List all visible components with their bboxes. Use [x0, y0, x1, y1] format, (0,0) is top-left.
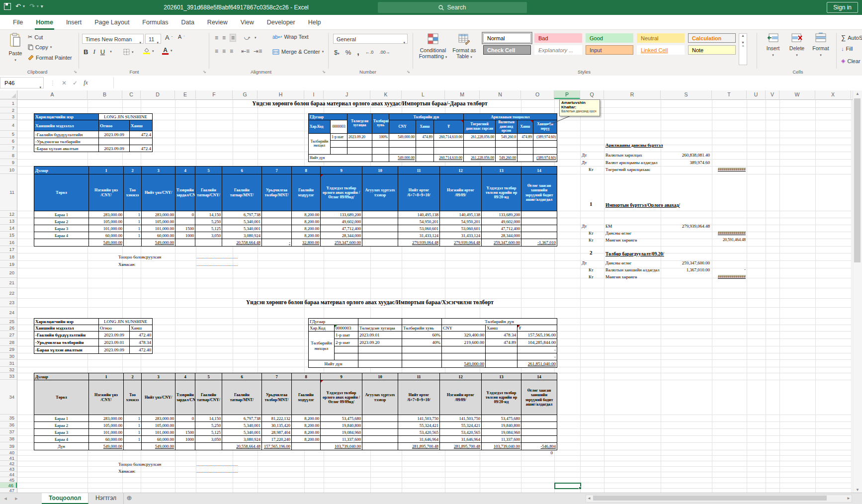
- cny-header[interactable]: CNY: [389, 120, 416, 134]
- row-header-2[interactable]: 2: [0, 107, 17, 113]
- item-value[interactable]: 1000: [175, 232, 195, 239]
- row-header-21[interactable]: 21: [0, 278, 17, 288]
- pay-rate[interactable]: 474.89: [416, 133, 434, 140]
- main-total-value[interactable]: 549,000.00: [89, 239, 124, 247]
- item-value[interactable]: 8,200.00: [292, 225, 321, 232]
- hscroll-right-icon[interactable]: ►: [846, 495, 852, 502]
- item-value[interactable]: [175, 422, 195, 429]
- item-value[interactable]: [521, 225, 557, 232]
- pay-cny[interactable]: 219,600.00: [442, 339, 486, 346]
- main-total-value[interactable]: 103,739,040.00: [321, 443, 362, 450]
- sheet1-title[interactable]: Үндсэн хөрөнгө болон бараа материал орло…: [34, 100, 706, 106]
- pay-date[interactable]: [347, 147, 372, 154]
- cell-style-linked-cell[interactable]: Linked Cell: [637, 45, 685, 55]
- undo-caret-icon[interactable]: ▾: [23, 4, 25, 8]
- tugrik-header[interactable]: ₮: [434, 120, 464, 134]
- main-total-label[interactable]: Дүн: [34, 443, 89, 450]
- trade-calc-header[interactable]: Арилжааын тооцоолол: [464, 114, 557, 120]
- footer-checked[interactable]: Хянасан:: [118, 262, 136, 267]
- pay-date[interactable]: 2023.09.20: [358, 339, 402, 346]
- item-value[interactable]: 5,340,001: [222, 225, 262, 232]
- enter-icon[interactable]: ✓: [73, 80, 78, 86]
- item-value[interactable]: [362, 436, 398, 443]
- bold-button[interactable]: B: [84, 48, 88, 56]
- val-in[interactable]: [496, 147, 517, 154]
- main-corner-label[interactable]: Дугаар: [34, 167, 89, 174]
- rate-diff[interactable]: [533, 147, 557, 154]
- main-col-number[interactable]: 1: [89, 373, 124, 380]
- rate-value[interactable]: 472.4: [130, 145, 153, 152]
- rate2-header[interactable]: Ханш: [517, 120, 533, 134]
- period-label[interactable]: Төлөгдсөн хугацаа: [358, 325, 402, 332]
- row-header-1[interactable]: 1: [0, 99, 17, 107]
- payment-amount-header[interactable]: Төлбөрийн дүн: [389, 114, 464, 120]
- item-value[interactable]: 53,475,680: [321, 415, 362, 422]
- select-all-button[interactable]: [0, 90, 17, 99]
- footer-prepared[interactable]: Тооцоо боловсруулсан: [118, 462, 161, 467]
- ledger-side[interactable]: Дт: [582, 224, 587, 229]
- item-value[interactable]: [262, 211, 292, 218]
- item-value[interactable]: 53,060,601: [440, 225, 482, 232]
- item-value[interactable]: 3,050: [195, 436, 222, 443]
- main-total-value[interactable]: -546,804: [521, 443, 557, 450]
- code-value[interactable]: 0000003: [335, 325, 358, 332]
- item-value[interactable]: 81,222,132: [262, 415, 292, 422]
- item-value[interactable]: 5,250: [195, 218, 222, 225]
- item-value[interactable]: 54,950,201: [440, 218, 482, 225]
- row-header-24[interactable]: 24: [0, 307, 17, 318]
- gd-number-label[interactable]: ГДугаар: [309, 319, 358, 325]
- column-header-B[interactable]: B: [87, 90, 122, 99]
- journal-number[interactable]: 1: [590, 201, 593, 207]
- main-col-number[interactable]: 4: [175, 373, 195, 380]
- main-col-number[interactable]: 14: [521, 167, 557, 174]
- item-value[interactable]: 60,000.00: [142, 232, 175, 239]
- main-col-number[interactable]: 2: [124, 373, 142, 380]
- item-value[interactable]: 47,712,400: [321, 225, 362, 232]
- sheet-tab-Тооцоолол[interactable]: Тооцоолол: [42, 493, 88, 504]
- main-total-value[interactable]: [195, 239, 222, 247]
- main-corner-label[interactable]: Дугаар: [34, 373, 89, 380]
- rate-row-label[interactable]: -Гаалийн бүрдүүлэлтийн: [34, 332, 99, 339]
- row-header-32[interactable]: 32: [0, 367, 17, 373]
- main-col-header[interactable]: Тоо хэмжээ: [124, 380, 142, 415]
- underline-button[interactable]: U: [100, 48, 105, 56]
- ledger-account[interactable]: Мөнгөн хөрөнгө: [605, 238, 637, 243]
- main-total-value[interactable]: 259,347,600.00: [482, 239, 521, 247]
- fill-color-button[interactable]: ▾: [143, 48, 154, 54]
- pay-rate[interactable]: 478.34: [486, 332, 517, 339]
- ledger-amount-t[interactable]: -: [706, 267, 746, 272]
- menu-tab-help[interactable]: Help: [302, 15, 327, 30]
- menu-tab-data[interactable]: Data: [175, 15, 200, 30]
- item-value[interactable]: 283,000.00: [89, 415, 124, 422]
- ledger-side[interactable]: Кт: [589, 267, 594, 272]
- item-value[interactable]: [362, 225, 398, 232]
- column-header-N[interactable]: N: [480, 90, 521, 99]
- row-header-38[interactable]: 38: [0, 435, 17, 442]
- rate-value[interactable]: 472.4: [130, 131, 153, 138]
- val-in[interactable]: [496, 140, 517, 147]
- pay-percent[interactable]: 100%: [372, 133, 389, 140]
- main-col-header[interactable]: Тээврийн зардал/CNY/: [175, 380, 195, 415]
- cny-header[interactable]: CNY: [442, 325, 486, 332]
- row-header-33[interactable]: 33: [0, 373, 17, 380]
- percent-style-button[interactable]: %: [345, 49, 351, 56]
- main-col-header[interactable]: Өглөг хаасан ханшийн зөрүүний бодит ашиг…: [521, 380, 557, 415]
- item-value[interactable]: [521, 211, 557, 218]
- item-value[interactable]: [521, 436, 557, 443]
- item-name[interactable]: Бараа 4: [34, 436, 89, 443]
- main-total-value[interactable]: 279,939,064.48: [398, 239, 440, 247]
- pay-date[interactable]: 2023.09.20: [347, 133, 372, 140]
- pay-rate[interactable]: [486, 353, 517, 360]
- item-value[interactable]: [521, 218, 557, 225]
- row-header-17[interactable]: 17: [0, 246, 17, 253]
- pay-cny[interactable]: [389, 140, 416, 147]
- main-total-value[interactable]: 281,895,700.48: [398, 443, 440, 450]
- format-cells-button[interactable]: Format▾: [809, 32, 832, 67]
- main-col-header[interactable]: Урьдчилгаа төлбөр/MNT/: [262, 174, 292, 211]
- column-header-X[interactable]: X: [815, 90, 851, 99]
- column-header-E[interactable]: E: [175, 90, 196, 99]
- rate-col-label[interactable]: Ханш: [130, 120, 153, 131]
- item-value[interactable]: 8,200.00: [292, 436, 321, 443]
- rate-value[interactable]: 472.40: [130, 346, 153, 354]
- clipboard-dialog-launcher-icon[interactable]: ⇘: [74, 70, 77, 74]
